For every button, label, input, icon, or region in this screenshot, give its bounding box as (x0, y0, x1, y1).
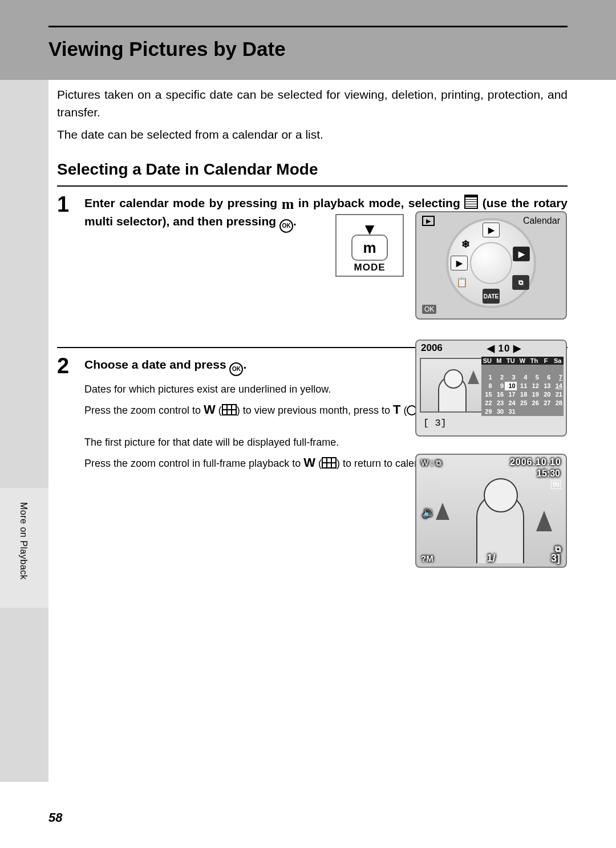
dial-center (470, 242, 512, 284)
step-1-line2-tail: in playback mode, selecting (294, 196, 460, 209)
calendar-day-cell: 20 (540, 390, 552, 399)
calendar-week-row: ....... (481, 365, 564, 373)
mode-m-icon: m (282, 196, 294, 213)
calendar-day-header: M (493, 357, 505, 365)
left-margin (0, 0, 48, 782)
dial-calendar-icon: ⧉ (512, 275, 529, 290)
text: ( (400, 405, 407, 416)
calendar-thumbnail (420, 358, 484, 413)
overlay-index: 1/ (487, 552, 495, 564)
dial-pictmotion-icon: ❄ (457, 237, 473, 251)
calendar-day-cell: . (540, 407, 552, 416)
page-title: Viewing Pictures by Date (48, 27, 568, 60)
calendar-day-cell: 22 (481, 399, 493, 407)
calendar-day-cell: 21 (552, 390, 564, 399)
step-2-title-head: Choose a date and press (84, 358, 229, 371)
playback-icon: ▶ (422, 216, 435, 226)
mode-button-graphic: m (351, 235, 388, 261)
thumbnail-icon (222, 404, 237, 415)
calendar-day-cell: . (552, 407, 564, 416)
intro-paragraph-1: Pictures taken on a specific date can be… (57, 86, 568, 121)
calendar-day-cell: 19 (528, 390, 540, 399)
step-2-title-tail: . (243, 358, 246, 371)
step-2-number: 2 (57, 356, 84, 375)
ok-indicator: OK (422, 305, 436, 314)
calendar-day-cell: 30 (493, 407, 505, 416)
subheading: Selecting a Date in Calendar Mode (57, 160, 568, 179)
calendar-month: ◀ 10 ▶ (447, 342, 561, 354)
calendar-day-cell: . (505, 365, 517, 373)
calendar-day-cell: 15 (481, 390, 493, 399)
mode-m-letter: m (363, 239, 376, 257)
calendar-day-cell: 29 (481, 407, 493, 416)
calendar-week-row: 891011121314 (481, 382, 564, 390)
calendar-day-cell: 26 (528, 399, 540, 407)
calendar-day-cell: 24 (505, 399, 517, 407)
dial-title: Calendar (523, 216, 560, 226)
header-band: Viewing Pictures by Date (0, 0, 616, 80)
calendar-day-cell: . (481, 365, 493, 373)
calendar-day-headers: SUMTUWThFSa (481, 357, 564, 365)
calendar-day-header: W (517, 357, 529, 365)
calendar-day-cell: . (517, 365, 529, 373)
calendar-day-cell: 31 (505, 407, 517, 416)
step-1-line1: Enter calendar mode by pressing (84, 196, 277, 209)
step-1-number: 1 (57, 195, 84, 214)
person-head-icon (444, 369, 463, 389)
text: ( (315, 458, 322, 469)
overlay-memory-in: IN (551, 480, 561, 489)
calendar-day-cell: 7 (552, 373, 564, 382)
calendar-day-header: Sa (552, 357, 564, 365)
figure-fullframe-screen: W : ⧉ 2006.10.10 15:30 IN 🔉 ?M 1/ 3] ⧉ (415, 454, 567, 568)
calendar-day-header: Th (528, 357, 540, 365)
text: ) to view previous month, press to (237, 405, 393, 416)
calendar-week-row: 1234567 (481, 373, 564, 382)
text: ( (216, 405, 222, 416)
step-2-detail-3: The first picture for that date will be … (84, 435, 568, 450)
dial-play-icon: ▶ (483, 223, 500, 237)
overlay-date: 2006.10.10 (510, 457, 561, 467)
calendar-day-cell: 4 (517, 373, 529, 382)
month-number: 10 (498, 343, 513, 354)
calendar-day-cell: 27 (540, 399, 552, 407)
calendar-week-row: 22232425262728 (481, 399, 564, 407)
intro-paragraph-2: The date can be selected from a calendar… (57, 126, 568, 143)
person-head-icon (484, 478, 518, 512)
calendar-day-cell: 13 (540, 382, 552, 390)
dial-list-icon: 📋 (454, 275, 470, 289)
calendar-day-cell: . (528, 365, 540, 373)
calendar-day-cell: . (517, 407, 529, 416)
calendar-day-header: TU (505, 357, 517, 365)
overlay-transfer-icon: ⧉ (555, 544, 561, 554)
overlay-imgsize: ?M (421, 554, 433, 563)
zoom-w-icon: W (303, 455, 315, 470)
calendar-topbar: 2006 ◀ 10 ▶ (416, 341, 566, 356)
dial-playback-icon: ▶ (451, 256, 468, 270)
overlay-voice-icon: 🔉 (422, 506, 435, 519)
calendar-day-cell: 5 (528, 373, 540, 382)
ok-icon: OK (229, 362, 243, 376)
dial-movie-icon: ▶ (513, 247, 530, 261)
sailboat-icon (468, 370, 479, 384)
calendar-day-cell: 8 (481, 382, 493, 390)
calendar-day-cell: 16 (493, 390, 505, 399)
calendar-day-cell: 1 (481, 373, 493, 382)
sailboat-icon (436, 503, 449, 520)
calendar-week-row: 293031.... (481, 407, 564, 416)
calendar-day-cell: . (540, 365, 552, 373)
calendar-day-cell: 14 (552, 382, 564, 390)
calendar-day-cell: 9 (493, 382, 505, 390)
calendar-day-cell: 10 (505, 382, 517, 390)
calendar-day-cell: 17 (505, 390, 517, 399)
calendar-day-cell: . (552, 365, 564, 373)
overlay-mode-badge: W : ⧉ (421, 458, 441, 468)
calendar-day-cell: 28 (552, 399, 564, 407)
figure-mode-button: ▼ m MODE (335, 214, 404, 277)
figure-mode-select-screen: ▶ Calendar ▶ ▶ ▶ ❄ 📋 ⧉ DATE OK (415, 211, 567, 320)
zoom-t-icon: T (393, 402, 400, 417)
dial-date-label: DATE (483, 289, 500, 304)
mode-label: MODE (354, 262, 386, 273)
rotary-selector-graphic: ▶ ▶ ▶ ❄ 📋 ⧉ DATE (446, 218, 536, 308)
calendar-day-cell: 23 (493, 399, 505, 407)
arrow-down-icon: ▼ (362, 224, 378, 235)
